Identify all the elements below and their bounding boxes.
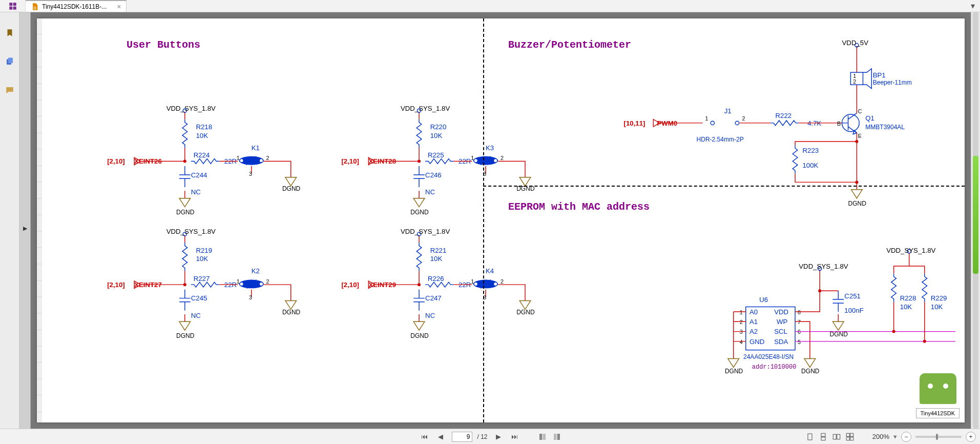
svg-text:DGND: DGND: [725, 368, 743, 375]
svg-text:C244: C244: [191, 171, 207, 179]
zoom-out-button[interactable]: −: [901, 432, 911, 442]
svg-rect-133: [821, 433, 825, 436]
svg-text:DGND: DGND: [282, 309, 301, 316]
svg-text:NC: NC: [425, 188, 435, 196]
svg-text:VDD: VDD: [774, 308, 788, 316]
tab-overflow-button[interactable]: ▾: [966, 0, 980, 12]
svg-text:R223: R223: [803, 147, 819, 154]
svg-text:XEINT28: XEINT28: [368, 157, 396, 165]
svg-text:[2,10]: [2,10]: [107, 157, 125, 165]
svg-text:R225: R225: [428, 151, 444, 159]
page-navigator: ⏮ ◀ / 12 ▶ ⏭: [419, 431, 561, 442]
svg-rect-135: [833, 434, 836, 439]
svg-text:A1: A1: [749, 318, 758, 326]
svg-text:DGND: DGND: [282, 185, 301, 192]
single-page-back-icon[interactable]: [552, 432, 561, 441]
svg-text:DGND: DGND: [410, 209, 429, 216]
scrollbar-thumb[interactable]: [973, 156, 978, 274]
svg-text:SDA: SDA: [774, 338, 788, 346]
section-title-eeprom: EEPROM with MAC address: [508, 201, 650, 213]
svg-rect-129: [543, 434, 545, 440]
close-tab-button[interactable]: ×: [117, 3, 121, 11]
document-tab[interactable]: Tiny4412SDK-1611B-... ×: [26, 0, 127, 12]
svg-text:2: 2: [740, 319, 743, 325]
svg-text:2: 2: [742, 115, 745, 122]
svg-rect-1: [8, 58, 13, 64]
assistant-label: Tiny4412SDK: [916, 408, 960, 418]
view-single-icon[interactable]: [805, 432, 815, 441]
next-page-button[interactable]: ▶: [493, 431, 504, 442]
single-page-front-icon[interactable]: [538, 432, 547, 441]
svg-text:[2,10]: [2,10]: [107, 281, 125, 289]
comments-icon[interactable]: [5, 85, 15, 95]
section-title-buttons: User Buttons: [127, 39, 200, 51]
svg-point-72: [735, 121, 739, 125]
panel-splitter[interactable]: ▶: [19, 12, 31, 429]
svg-text:VDD_SYS_1.8V: VDD_SYS_1.8V: [401, 105, 450, 112]
svg-text:1: 1: [740, 309, 743, 315]
pdf-icon: [31, 3, 39, 11]
svg-text:10K: 10K: [196, 132, 208, 139]
svg-text:DGND: DGND: [801, 368, 820, 375]
side-panel: [0, 12, 19, 429]
pdf-page: User Buttons Buzzer/Potentiometer EEPROM…: [37, 18, 965, 422]
svg-text:Q1: Q1: [865, 114, 874, 122]
svg-text:K4: K4: [486, 267, 494, 275]
view-facing-icon[interactable]: [832, 432, 841, 441]
svg-text:XEINT29: XEINT29: [368, 281, 396, 289]
bookmark-icon[interactable]: [5, 28, 15, 38]
view-continuous-icon[interactable]: [819, 432, 828, 441]
svg-rect-140: [850, 437, 853, 440]
svg-text:10K: 10K: [430, 255, 443, 263]
svg-text:2: 2: [266, 278, 269, 285]
svg-text:DGND: DGND: [516, 309, 535, 316]
vertical-scrollbar[interactable]: [971, 12, 980, 429]
page-total-label: / 12: [477, 433, 487, 440]
first-page-button[interactable]: ⏮: [419, 431, 430, 442]
svg-text:100K: 100K: [803, 162, 819, 169]
pages-icon[interactable]: [5, 56, 15, 67]
svg-text:R228: R228: [900, 294, 916, 302]
prev-page-button[interactable]: ◀: [435, 431, 446, 442]
zoom-slider[interactable]: [915, 436, 962, 438]
page-number-input[interactable]: [451, 432, 472, 442]
zoom-controls: 200% ▾ − +: [805, 432, 980, 442]
svg-text:10K: 10K: [931, 303, 943, 311]
svg-text:R229: R229: [931, 294, 947, 302]
svg-text:C247: C247: [425, 294, 442, 302]
svg-text:R221: R221: [430, 247, 447, 254]
svg-text:[2,10]: [2,10]: [341, 281, 359, 289]
svg-text:DGND: DGND: [848, 200, 867, 207]
svg-text:E: E: [858, 133, 862, 139]
svg-text:10K: 10K: [430, 132, 443, 139]
svg-text:[10,11]: [10,11]: [624, 119, 645, 127]
page-ruler: [37, 18, 42, 422]
svg-text:R226: R226: [428, 275, 444, 282]
svg-text:8: 8: [798, 309, 801, 315]
assistant-robot-icon[interactable]: [920, 373, 956, 404]
status-bar: ⏮ ◀ / 12 ▶ ⏭ 200% ▾ − +: [0, 429, 980, 444]
svg-text:NC: NC: [191, 312, 201, 319]
svg-text:2: 2: [853, 78, 856, 85]
schematic-svg: 3 VDD_SYS_1.8V R218 10K [2: [37, 18, 965, 422]
svg-text:B: B: [837, 120, 841, 127]
svg-text:24AA025E48-I/SN: 24AA025E48-I/SN: [743, 353, 794, 360]
document-viewport[interactable]: User Buttons Buzzer/Potentiometer EEPROM…: [31, 12, 971, 429]
svg-text:K1: K1: [252, 144, 260, 152]
zoom-in-button[interactable]: +: [966, 432, 976, 442]
app-menu-button[interactable]: [0, 0, 26, 12]
svg-text:NC: NC: [191, 188, 201, 196]
svg-text:U6: U6: [759, 296, 768, 304]
view-facing-continuous-icon[interactable]: [845, 432, 854, 441]
svg-text:DGND: DGND: [176, 332, 195, 339]
svg-rect-132: [808, 434, 812, 440]
svg-text:A0: A0: [749, 308, 758, 316]
svg-text:10K: 10K: [196, 255, 208, 263]
svg-rect-137: [846, 433, 849, 436]
svg-text:HDR-2.54mm-2P: HDR-2.54mm-2P: [697, 136, 744, 143]
last-page-button[interactable]: ⏭: [509, 431, 520, 442]
svg-text:C246: C246: [425, 171, 442, 179]
svg-rect-83: [850, 72, 863, 85]
svg-text:R224: R224: [194, 151, 210, 159]
workspace: ▶ User Buttons Buzzer/Potentiometer EEPR…: [0, 12, 980, 429]
